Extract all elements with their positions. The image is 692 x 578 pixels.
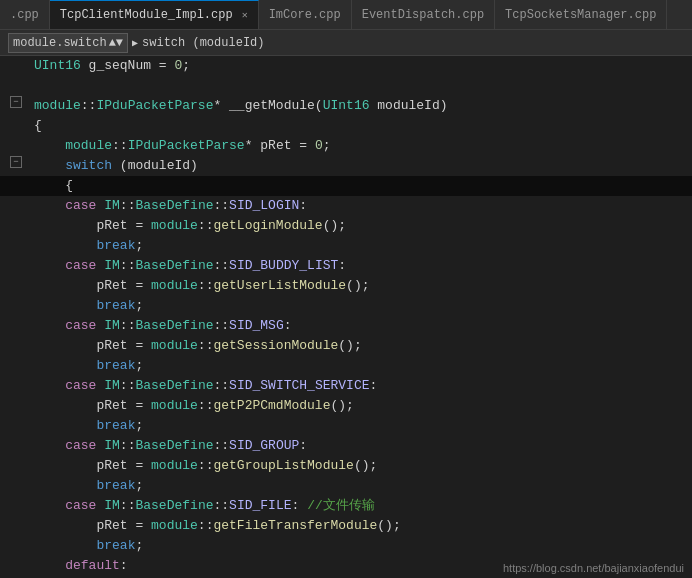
code-content: module::IPduPacketParse* pRet = 0;: [30, 136, 692, 156]
code-line: case IM::BaseDefine::SID_FILE: //文件传输: [0, 496, 692, 516]
code-line: break;: [0, 296, 692, 316]
code-content: break;: [30, 236, 692, 256]
code-line: − switch (moduleId): [0, 156, 692, 176]
code-line: case IM::BaseDefine::SID_MSG:: [0, 316, 692, 336]
code-line: UInt16 g_seqNum = 0;: [0, 56, 692, 76]
gutter-collapse[interactable]: −: [0, 96, 30, 108]
tab-close-icon[interactable]: ✕: [242, 9, 248, 21]
tab-tcpsocketsmanager[interactable]: TcpSocketsManager.cpp: [495, 0, 667, 29]
code-content: module::IPduPacketParse* __getModule(UIn…: [30, 96, 692, 116]
chevron-down-icon: ▲▼: [109, 36, 123, 50]
code-line: case IM::BaseDefine::SID_GROUP:: [0, 436, 692, 456]
tab-label: ImCore.cpp: [269, 8, 341, 22]
code-area: UInt16 g_seqNum = 0; − module::IPduPacke…: [0, 56, 692, 578]
tab-label: .cpp: [10, 8, 39, 22]
code-content: break;: [30, 476, 692, 496]
code-content: case IM::BaseDefine::SID_SWITCH_SERVICE:: [30, 376, 692, 396]
code-line: break;: [0, 356, 692, 376]
code-line: break;: [0, 236, 692, 256]
code-line: break;: [0, 416, 692, 436]
code-content: case IM::BaseDefine::SID_BUDDY_LIST:: [30, 256, 692, 276]
code-content: case IM::BaseDefine::SID_FILE: //文件传输: [30, 496, 692, 516]
code-content: break;: [30, 536, 692, 556]
code-content: {: [30, 176, 692, 196]
code-content: {: [30, 116, 692, 136]
tab-bar: .cpp TcpClientModule_Impl.cpp ✕ ImCore.c…: [0, 0, 692, 30]
code-content: pRet = module::getFileTransferModule();: [30, 516, 692, 536]
code-content: pRet = module::getLoginModule();: [30, 216, 692, 236]
code-line: break;: [0, 536, 692, 556]
code-content: case IM::BaseDefine::SID_LOGIN:: [30, 196, 692, 216]
code-line: break;: [0, 476, 692, 496]
code-content: switch (moduleId): [30, 156, 692, 176]
gutter-collapse[interactable]: −: [0, 156, 30, 168]
code-content: pRet = module::getUserListModule();: [30, 276, 692, 296]
tab-label: EventDispatch.cpp: [362, 8, 484, 22]
code-line: case IM::BaseDefine::SID_SWITCH_SERVICE:: [0, 376, 692, 396]
watermark: https://blog.csdn.net/bajianxiaofendui: [503, 562, 684, 574]
code-content: [30, 76, 692, 96]
tab-cpp[interactable]: .cpp: [0, 0, 50, 29]
tab-label: TcpSocketsManager.cpp: [505, 8, 656, 22]
code-line: pRet = module::getSessionModule();: [0, 336, 692, 356]
code-line: − module::IPduPacketParse* __getModule(U…: [0, 96, 692, 116]
tab-tcpclientmodule[interactable]: TcpClientModule_Impl.cpp ✕: [50, 0, 259, 29]
tab-imcore[interactable]: ImCore.cpp: [259, 0, 352, 29]
collapse-icon[interactable]: −: [10, 96, 22, 108]
breadcrumb-bar: module.switch ▲▼ ▶ switch (moduleId): [0, 30, 692, 56]
code-line: pRet = module::getP2PCmdModule();: [0, 396, 692, 416]
code-content: break;: [30, 296, 692, 316]
code-content: UInt16 g_seqNum = 0;: [30, 56, 692, 76]
code-content: break;: [30, 356, 692, 376]
code-line: pRet = module::getUserListModule();: [0, 276, 692, 296]
code-line: pRet = module::getLoginModule();: [0, 216, 692, 236]
code-content: pRet = module::getGroupListModule();: [30, 456, 692, 476]
breadcrumb-right-icon: ▶: [132, 37, 138, 49]
code-line: case IM::BaseDefine::SID_BUDDY_LIST:: [0, 256, 692, 276]
breadcrumb-dropdown[interactable]: module.switch ▲▼: [8, 33, 128, 53]
code-content: case IM::BaseDefine::SID_MSG:: [30, 316, 692, 336]
code-line: pRet = module::getFileTransferModule();: [0, 516, 692, 536]
code-content: pRet = module::getP2PCmdModule();: [30, 396, 692, 416]
tab-eventdispatch[interactable]: EventDispatch.cpp: [352, 0, 495, 29]
code-line: pRet = module::getGroupListModule();: [0, 456, 692, 476]
breadcrumb-dropdown-label: module.switch: [13, 36, 107, 50]
code-content: case IM::BaseDefine::SID_GROUP:: [30, 436, 692, 456]
collapse-icon[interactable]: −: [10, 156, 22, 168]
code-line: {: [0, 116, 692, 136]
code-line: module::IPduPacketParse* pRet = 0;: [0, 136, 692, 156]
tab-label: TcpClientModule_Impl.cpp: [60, 8, 233, 22]
code-content: pRet = module::getSessionModule();: [30, 336, 692, 356]
code-line-highlighted: {: [0, 176, 692, 196]
code-line: case IM::BaseDefine::SID_LOGIN:: [0, 196, 692, 216]
code-line: [0, 76, 692, 96]
code-content: break;: [30, 416, 692, 436]
breadcrumb-path: switch (moduleId): [142, 36, 264, 50]
